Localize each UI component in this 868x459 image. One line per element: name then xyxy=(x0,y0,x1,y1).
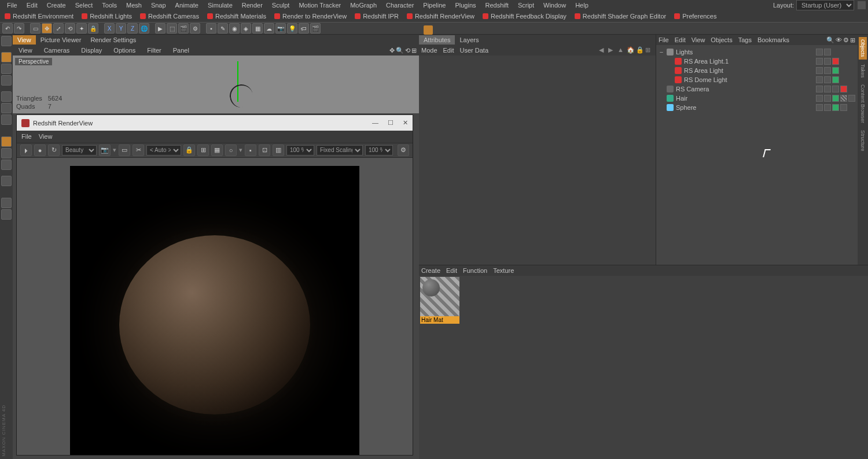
save-icon[interactable] xyxy=(424,25,433,35)
attr-lock-icon[interactable]: 🔒 xyxy=(636,46,644,54)
texture-mode-icon[interactable] xyxy=(1,64,12,74)
enabled-tag[interactable] xyxy=(832,67,839,74)
menu-pipeline[interactable]: Pipeline xyxy=(418,1,450,10)
vp-menu-panel[interactable]: Panel xyxy=(170,46,193,55)
move-icon[interactable]: ✥ xyxy=(42,23,52,34)
deformer-icon[interactable]: ▦ xyxy=(252,23,263,34)
attr-up-icon[interactable]: ▲ xyxy=(617,46,626,54)
rv-bg-icon[interactable]: ▪ xyxy=(245,145,256,156)
rv-render-icon[interactable]: ⏵ xyxy=(20,145,32,156)
menu-snap[interactable]: Snap xyxy=(146,1,171,10)
edges-icon[interactable] xyxy=(1,103,12,113)
menu-mograph[interactable]: MoGraph xyxy=(345,1,381,10)
layer-tag[interactable] xyxy=(816,67,823,74)
window-minimize-icon[interactable]: — xyxy=(372,119,378,127)
points-icon[interactable] xyxy=(1,91,12,102)
vp-menu-view[interactable]: View xyxy=(15,46,36,55)
attr-home-icon[interactable]: 🏠 xyxy=(627,46,635,54)
rv-lut-icon[interactable]: ▥ xyxy=(273,145,284,156)
clapper-icon[interactable]: 🎬 xyxy=(310,23,321,34)
snap-icon[interactable] xyxy=(1,160,12,170)
menu-script[interactable]: Script xyxy=(513,1,539,10)
obj-menu-objects[interactable]: Objects xyxy=(711,36,732,43)
cam-tag[interactable] xyxy=(832,86,839,92)
rv-checker-icon[interactable]: ▦ xyxy=(211,145,223,156)
rv-circle-icon[interactable]: ○ xyxy=(225,145,237,156)
material-preview[interactable] xyxy=(420,277,459,316)
sidetab-content[interactable]: Content Browser xyxy=(859,82,867,125)
mat-menu-function[interactable]: Function xyxy=(463,267,487,274)
vp-nav-icon[interactable]: ✥ xyxy=(389,47,395,54)
rstab-redshift-renderview[interactable]: Redshift RenderView xyxy=(403,12,478,21)
visibility-tag[interactable] xyxy=(824,49,831,55)
window-maximize-icon[interactable]: ☐ xyxy=(388,119,393,127)
window-close-icon[interactable]: ✕ xyxy=(403,119,408,127)
material-tag[interactable] xyxy=(840,95,847,102)
visibility-tag[interactable] xyxy=(824,76,831,83)
rv-auto-select[interactable]: < Auto > xyxy=(146,145,181,156)
enabled-tag[interactable] xyxy=(832,104,839,111)
recent-icon[interactable]: ✦ xyxy=(76,23,87,34)
menu-redshift[interactable]: Redshift xyxy=(481,1,513,10)
layer-tag[interactable] xyxy=(816,104,823,111)
undo-icon[interactable]: ↶ xyxy=(2,23,13,34)
rstab-preferences[interactable]: Preferences xyxy=(671,12,720,21)
visibility-tag[interactable] xyxy=(824,86,831,92)
light-icon[interactable]: 💡 xyxy=(287,23,297,34)
menu-create[interactable]: Create xyxy=(42,1,71,10)
vp-zoom-icon[interactable]: 🔍 xyxy=(396,47,404,54)
model-mode-icon[interactable] xyxy=(1,52,12,62)
menu-mesh[interactable]: Mesh xyxy=(122,1,146,10)
make-editable-icon[interactable] xyxy=(1,36,12,46)
obj-search-icon[interactable]: 🔍 xyxy=(826,36,834,44)
attr-menu-userdata[interactable]: User Data xyxy=(460,47,489,54)
vp-menu-display[interactable]: Display xyxy=(78,46,105,55)
rstab-redshift-materials[interactable]: Redshift Materials xyxy=(204,12,270,21)
tag-icon[interactable]: 🏷 xyxy=(299,23,309,34)
obj-menu-tags[interactable]: Tags xyxy=(738,36,752,43)
rstab-render-to-renderview[interactable]: Render to RenderView xyxy=(271,12,350,21)
obj-menu-file[interactable]: File xyxy=(659,36,669,43)
tab-render-settings[interactable]: Render Settings xyxy=(86,35,141,45)
rstab-redshift-feedback-display[interactable]: Redshift Feedback Display xyxy=(479,12,570,21)
rv-fit-icon[interactable]: ⊡ xyxy=(259,145,270,156)
scale-icon[interactable]: ⤢ xyxy=(53,23,64,34)
redo-icon[interactable]: ↷ xyxy=(14,23,24,34)
layer-tag[interactable] xyxy=(816,95,823,102)
visibility-tag[interactable] xyxy=(824,58,831,65)
axis-y-icon[interactable]: Y xyxy=(116,23,126,34)
render-pv-icon[interactable]: 🎬 xyxy=(178,23,189,34)
obj-menu-edit[interactable]: Edit xyxy=(675,36,686,43)
menu-file[interactable]: File xyxy=(2,1,22,10)
material-item[interactable]: Hair Mat xyxy=(420,277,459,324)
generator-icon[interactable]: ◈ xyxy=(241,23,251,34)
obj-max-icon[interactable]: ⊞ xyxy=(850,36,855,44)
rv-scaling-mode[interactable]: Fixed Scaling xyxy=(317,145,363,156)
layer-tag[interactable] xyxy=(816,86,823,92)
layer1-icon[interactable] xyxy=(1,198,12,208)
menu-select[interactable]: Select xyxy=(71,1,98,10)
workplane-icon[interactable] xyxy=(1,75,12,86)
enabled-tag[interactable] xyxy=(832,76,839,83)
pen-icon[interactable]: ✎ xyxy=(218,23,228,34)
rstab-redshift-cameras[interactable]: Redshift Cameras xyxy=(137,12,203,21)
vp-rotate-icon[interactable]: ⟲ xyxy=(405,47,410,54)
tab-attributes[interactable]: Attributes xyxy=(419,35,455,45)
axis-x-icon[interactable]: X xyxy=(104,23,115,34)
sidetab-structure[interactable]: Structure xyxy=(859,128,867,154)
layer-tag[interactable] xyxy=(816,58,823,65)
cube-icon[interactable]: ▪ xyxy=(206,23,216,34)
layout-icon[interactable] xyxy=(858,1,866,9)
rv-settings-icon[interactable]: ⚙ xyxy=(398,145,409,156)
world-icon[interactable]: 🌐 xyxy=(139,23,149,34)
rs-tag[interactable] xyxy=(840,104,847,111)
polygons-icon[interactable] xyxy=(1,114,12,125)
enabled-tag[interactable] xyxy=(832,95,839,102)
render-region-icon[interactable]: ⬚ xyxy=(167,23,177,34)
mat-menu-texture[interactable]: Texture xyxy=(493,267,514,274)
attr-back-icon[interactable]: ◀ xyxy=(599,46,607,54)
visibility-tag[interactable] xyxy=(824,95,831,102)
layout-dropdown[interactable]: Startup (User) xyxy=(796,0,854,10)
mat-menu-edit[interactable]: Edit xyxy=(446,267,457,274)
mat-menu-create[interactable]: Create xyxy=(421,267,440,274)
